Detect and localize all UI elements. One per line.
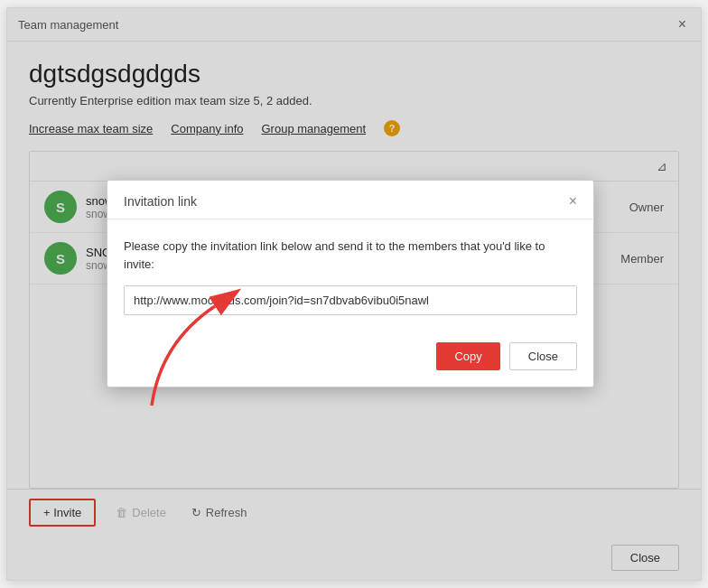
dialog-close-btn[interactable]: Close bbox=[509, 342, 577, 370]
dialog-footer: Copy Close bbox=[107, 333, 593, 387]
dialog-body: Please copy the invitation link below an… bbox=[107, 219, 593, 333]
main-window: Team management × dgtsdgsdgdgds Currentl… bbox=[6, 7, 702, 581]
invitation-link-dialog: Invitation link × Please copy the invita… bbox=[107, 180, 594, 387]
copy-button[interactable]: Copy bbox=[436, 342, 499, 370]
dialog-close-button[interactable]: × bbox=[569, 193, 577, 210]
dialog-description: Please copy the invitation link below an… bbox=[124, 238, 577, 273]
dialog-header: Invitation link × bbox=[107, 181, 593, 219]
dialog-title: Invitation link bbox=[124, 194, 197, 209]
invitation-link-input[interactable] bbox=[124, 285, 577, 315]
